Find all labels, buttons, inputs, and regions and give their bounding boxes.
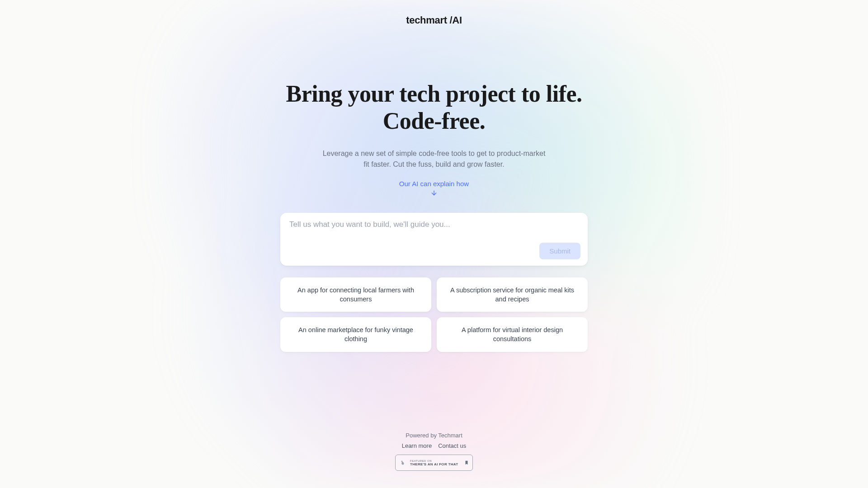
hero-section: Bring your tech project to life. Code-fr…: [286, 80, 582, 197]
hero-title-line2: Code-free.: [383, 108, 486, 134]
suggestion-card-2[interactable]: An online marketplace for funky vintage …: [280, 317, 431, 352]
badge-text: FEATURED ON THERE'S AN AI FOR THAT: [410, 460, 462, 466]
prompt-input-card: Submit: [280, 213, 588, 266]
flex-arm-icon: [399, 459, 407, 467]
prompt-input[interactable]: [289, 220, 580, 233]
hero-subtitle: Leverage a new set of simple code-free t…: [321, 148, 547, 170]
hero-title-line1: Bring your tech project to life.: [286, 81, 582, 107]
learn-more-link[interactable]: Learn more: [402, 442, 432, 449]
explain-link-text: Our AI can explain how: [399, 180, 469, 188]
suggestion-card-1[interactable]: A subscription service for organic meal …: [437, 277, 588, 312]
suggestion-card-3[interactable]: A platform for virtual interior design c…: [437, 317, 588, 352]
hero-title: Bring your tech project to life. Code-fr…: [286, 80, 582, 135]
footer-links: Learn more Contact us: [402, 442, 467, 449]
bookmark-icon: [464, 460, 469, 466]
main-container: techmart /AI Bring your tech project to …: [0, 0, 868, 488]
explain-how-link[interactable]: Our AI can explain how: [286, 180, 582, 197]
footer-powered-text: Powered by Techmart: [406, 432, 462, 439]
contact-us-link[interactable]: Contact us: [438, 442, 466, 449]
logo-suffix: /AI: [447, 14, 462, 26]
suggestion-card-0[interactable]: An app for connecting local farmers with…: [280, 277, 431, 312]
logo-main: techmart: [406, 14, 447, 26]
logo[interactable]: techmart /AI: [406, 14, 462, 26]
badge-site-name: THERE'S AN AI FOR THAT: [410, 462, 462, 466]
submit-button[interactable]: Submit: [539, 243, 580, 259]
footer: Powered by Techmart Learn more Contact u…: [395, 432, 473, 471]
arrow-down-icon: [430, 189, 438, 197]
suggestions-grid: An app for connecting local farmers with…: [280, 277, 588, 352]
featured-badge[interactable]: FEATURED ON THERE'S AN AI FOR THAT: [395, 455, 473, 471]
input-actions: Submit: [289, 243, 580, 259]
